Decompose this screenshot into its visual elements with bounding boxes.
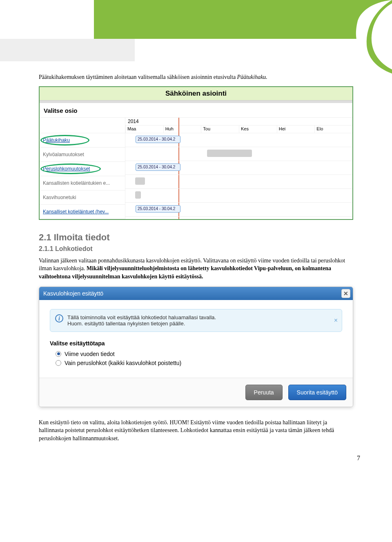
gray-range	[135, 191, 141, 199]
info-box: i Tällä toiminnolla voit esitäyttää lohk…	[50, 309, 342, 332]
submit-button[interactable]: Suorita esitäyttö	[288, 385, 346, 400]
page-number: 7	[0, 452, 392, 468]
intro-paragraph: Päätukihakemuksen täyttäminen aloitetaan…	[39, 74, 353, 81]
fig1-select-label: Valitse osio	[40, 103, 352, 118]
date-range-badge: 25.03.2014 - 30.04.2	[136, 163, 180, 171]
radio-option-viime-vuoden[interactable]: Viime vuoden tiedot	[56, 351, 342, 357]
dismiss-info-icon[interactable]: ×	[334, 317, 338, 324]
screenshot-timeline: Sähköinen asiointi Valitse osio Päätukih…	[39, 86, 353, 220]
close-icon[interactable]: ✕	[341, 289, 350, 298]
gray-range	[135, 177, 145, 185]
fig1-service-list: Päätukihaku Kylvöalamuutokset Peruslohko…	[40, 118, 125, 219]
cancel-button[interactable]: Peruuta	[245, 385, 283, 400]
choose-method-label: Valitse esitäyttötapa	[50, 340, 342, 347]
timeline-months: MaaHuhTouKesHeiElo	[125, 125, 352, 133]
radio-icon	[56, 351, 61, 357]
fig1-timeline: 2014 MaaHuhTouKesHeiElo 25.03.2014 - 30.…	[125, 118, 352, 219]
row-kansalliset-kotielaintuet[interactable]: Kansalliset kotieläintuet (hev...	[40, 205, 125, 219]
heading-2-1-1: 2.1.1 Lohkotiedot	[39, 245, 353, 253]
timeline-year: 2014	[125, 118, 352, 125]
paragraph-lohkotiedot: Valinnan jälkeen valitaan ponnahdusikkun…	[39, 257, 353, 281]
date-range-badge: 25.03.2014 - 30.04.2	[136, 205, 180, 213]
heading-2-1: 2.1 Ilmoita tiedot	[39, 232, 353, 243]
screenshot-dialog: Kasvulohkojen esitäyttö ✕ i Tällä toimin…	[39, 287, 353, 407]
date-range-badge: 25.03.2014 - 30.04.2	[136, 136, 180, 143]
info-icon: i	[55, 314, 63, 323]
gray-range	[207, 150, 252, 157]
leaf-icon	[318, 0, 392, 74]
radio-option-vain-peruslohkot[interactable]: Vain peruslohkot (kaikki kasvulohkot poi…	[56, 360, 342, 366]
fig1-title: Sähköinen asiointi	[40, 87, 352, 101]
row-paatukihaku[interactable]: Päätukihaku	[40, 133, 125, 148]
page-header-graphic	[0, 0, 392, 61]
row-kansallisten[interactable]: Kansallisten kotieläintukien e...	[40, 176, 125, 190]
dialog-title: Kasvulohkojen esitäyttö	[43, 290, 103, 297]
radio-icon	[56, 360, 61, 366]
paragraph-after-dialog: Kun esitäyttö tieto on valittu, aloita l…	[39, 419, 353, 443]
row-peruslohkomuutokset[interactable]: Peruslohkomuutokset	[40, 162, 125, 176]
dialog-title-bar: Kasvulohkojen esitäyttö ✕	[39, 287, 353, 300]
row-kasvihuonetuki[interactable]: Kasvihuonetuki	[40, 190, 125, 205]
row-kylvoalamuutokset[interactable]: Kylvöalamuutokset	[40, 148, 125, 162]
